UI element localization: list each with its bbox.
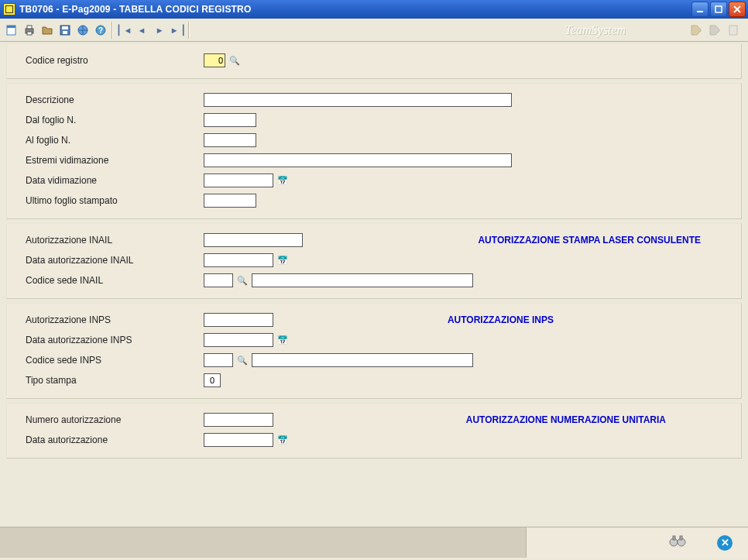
titlebar: TB0706 - E-Pag2009 - TABELLA CODICI REGI… [0, 0, 748, 19]
ultimo-foglio-input[interactable] [204, 194, 256, 208]
codice-registro-label: Codice registro [26, 55, 204, 66]
toolbar-separator [112, 22, 113, 39]
autor-inail-label: Autorizzazione INAIL [26, 235, 204, 246]
toolbar-help-icon[interactable]: ? [92, 22, 109, 39]
codice-sede-inps-label: Codice sede INPS [26, 355, 204, 366]
al-foglio-label: Al foglio N. [26, 135, 204, 146]
descrizione-label: Descrizione [26, 94, 204, 105]
close-action-icon[interactable]: ✕ [717, 535, 733, 551]
ultimo-foglio-label: Ultimo foglio stampato [26, 195, 204, 206]
search-icon[interactable] [236, 274, 249, 287]
data-autor-input[interactable] [204, 433, 273, 447]
close-button[interactable] [729, 2, 746, 17]
codice-sede-inail-desc-input[interactable] [252, 273, 473, 287]
statusbar-spacer [0, 527, 527, 558]
svg-rect-15 [729, 26, 737, 35]
panel-inail: Autorizzazione INAIL AUTORIZZAZIONE STAM… [6, 223, 742, 299]
toolbar-new-icon[interactable] [3, 22, 20, 39]
toolbar-doc-icon[interactable] [725, 22, 742, 39]
codice-registro-input[interactable] [204, 53, 225, 67]
window-title: TB0706 - E-Pag2009 - TABELLA CODICI REGI… [19, 4, 691, 15]
toolbar-save-icon[interactable] [57, 22, 74, 39]
tipo-stampa-label: Tipo stampa [26, 375, 204, 386]
nav-next-icon[interactable]: ▸ [151, 22, 168, 39]
codice-sede-inps-input[interactable] [204, 353, 233, 367]
estremi-label: Estremi vidimazione [26, 155, 204, 166]
data-autor-label: Data autorizzazione [26, 435, 204, 445]
panel-numerazione: Numero autorizzazione AUTORIZZAZIONE NUM… [6, 403, 742, 459]
svg-rect-7 [27, 26, 32, 29]
calendar-icon[interactable] [276, 334, 289, 346]
descrizione-input[interactable] [204, 93, 512, 107]
svg-text:?: ? [98, 26, 103, 35]
numero-autor-label: Numero autorizzazione [26, 414, 204, 425]
toolbar-tag-icon[interactable] [688, 22, 705, 39]
dal-foglio-input[interactable] [204, 113, 256, 127]
data-autor-inail-input[interactable] [204, 253, 273, 267]
svg-rect-10 [62, 26, 68, 29]
panel-numerazione-heading: AUTORIZZAZIONE NUMERAZIONE UNITARIA [466, 414, 732, 425]
svg-rect-19 [680, 536, 682, 540]
toolbar-folder-icon[interactable] [39, 22, 56, 39]
data-autor-inps-label: Data autorizzazione INPS [26, 335, 204, 345]
codice-sede-inail-input[interactable] [204, 273, 233, 287]
autor-inail-input[interactable] [204, 233, 303, 247]
nav-first-icon[interactable]: ▏◂ [115, 22, 132, 39]
toolbar-tag2-icon[interactable] [706, 22, 723, 39]
data-vidimazione-input[interactable] [204, 173, 273, 187]
window-controls [691, 2, 746, 17]
estremi-input[interactable] [204, 153, 512, 167]
svg-rect-5 [7, 26, 15, 28]
calendar-icon[interactable] [276, 174, 289, 187]
calendar-icon[interactable] [276, 254, 289, 266]
panel-descrizione: Descrizione Dal foglio N. Al foglio N. E… [6, 83, 742, 219]
nav-last-icon[interactable]: ▸▕ [169, 22, 186, 39]
data-vidimazione-label: Data vidimazione [26, 175, 204, 186]
svg-rect-1 [715, 6, 722, 12]
codice-sede-inps-desc-input[interactable] [252, 353, 473, 367]
tipo-stampa-input[interactable] [204, 373, 221, 387]
toolbar-print-icon[interactable] [21, 22, 38, 39]
autor-inps-input[interactable] [204, 313, 273, 327]
content-area: Codice registro Descrizione Dal foglio N… [0, 42, 748, 527]
statusbar: ✕ [0, 527, 748, 558]
svg-rect-8 [27, 32, 32, 35]
panel-inps-heading: AUTORIZZAZIONE INPS [448, 314, 732, 325]
minimize-button[interactable] [691, 2, 709, 17]
search-icon[interactable] [236, 354, 249, 366]
calendar-icon[interactable] [276, 434, 289, 446]
app-icon [3, 3, 15, 15]
codice-sede-inail-label: Codice sede INAIL [26, 275, 204, 286]
panel-inps: Autorizzazione INPS AUTORIZZAZIONE INPS … [6, 303, 742, 399]
panel-codice-registro: Codice registro [6, 43, 742, 79]
toolbar: ? ▏◂ ◂ ▸ ▸▕ TeamSystem [0, 19, 748, 42]
panel-inail-heading: AUTORIZZAZIONE STAMPA LASER CONSULENTE [478, 235, 732, 246]
maximize-button[interactable] [710, 2, 727, 17]
autor-inps-label: Autorizzazione INPS [26, 314, 204, 325]
nav-prev-icon[interactable]: ◂ [133, 22, 150, 39]
numero-autor-input[interactable] [204, 413, 273, 427]
data-autor-inail-label: Data autorizzazione INAIL [26, 255, 204, 266]
data-autor-inps-input[interactable] [204, 333, 273, 347]
svg-rect-18 [673, 536, 675, 540]
toolbar-separator [188, 22, 190, 39]
brand-logo: TeamSystem [191, 23, 688, 37]
toolbar-globe-icon[interactable] [74, 22, 91, 39]
al-foglio-input[interactable] [204, 133, 256, 147]
svg-rect-11 [63, 31, 67, 34]
dal-foglio-label: Dal foglio N. [26, 115, 204, 125]
binoculars-icon[interactable] [669, 534, 686, 551]
search-icon[interactable] [228, 54, 241, 67]
